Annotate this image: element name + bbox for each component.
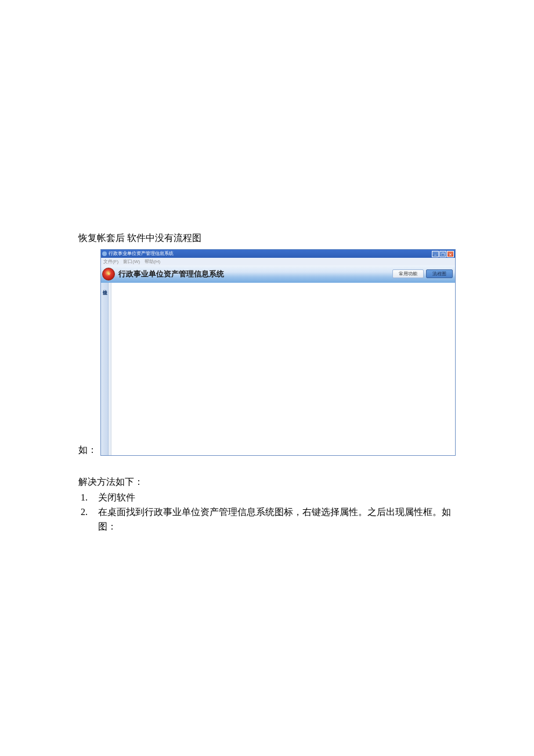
menubar: 文件(F) 窗口(W) 帮助(H)	[101, 258, 455, 265]
titlebar-title: 行政事业单位资产管理信息系统	[109, 251, 174, 256]
solution-item-2: 在桌面找到行政事业单位资产管理信息系统图标，右键选择属性。之后出现属性框。如图：	[90, 505, 456, 534]
menu-file[interactable]: 文件(F)	[103, 260, 118, 264]
header-left: 行政事业单位资产管理信息系统	[102, 268, 224, 280]
solution-list: 关闭软件 在桌面找到行政事业单位资产管理信息系统图标，右键选择属性。之后出现属性…	[78, 491, 456, 534]
national-emblem-icon	[102, 268, 115, 280]
maximize-button[interactable]: ❐	[439, 251, 446, 257]
titlebar-left: 行政事业单位资产管理信息系统	[102, 251, 174, 256]
document-heading: 恢复帐套后 软件中没有流程图	[78, 232, 456, 244]
solution-heading: 解决方法如下：	[78, 476, 456, 488]
menu-help[interactable]: 帮助(H)	[145, 260, 160, 264]
menu-window[interactable]: 窗口(W)	[123, 260, 140, 264]
solution-item-1: 关闭软件	[90, 491, 456, 505]
screenshot-row: 如： 行政事业单位资产管理信息系统 – ❐ ✕ 文件(F) 窗口(W) 帮助(H…	[78, 249, 456, 456]
minimize-button[interactable]: –	[432, 251, 439, 257]
app-title: 行政事业单位资产管理信息系统	[118, 269, 224, 279]
header-tabs: 常用功能 流程图	[392, 269, 453, 279]
app-header: 行政事业单位资产管理信息系统 常用功能 流程图	[101, 265, 455, 283]
sidebar-tab[interactable]: 快捷导航	[101, 283, 109, 455]
app-body: 快捷导航	[101, 283, 455, 455]
content-area	[109, 283, 455, 455]
tab-common-functions[interactable]: 常用功能	[392, 269, 424, 279]
window-titlebar: 行政事业单位资产管理信息系统 – ❐ ✕	[101, 250, 455, 258]
label-as: 如：	[78, 445, 97, 455]
document-page: 恢复帐套后 软件中没有流程图 如： 行政事业单位资产管理信息系统 – ❐ ✕ 文…	[0, 0, 534, 534]
tab-flowchart[interactable]: 流程图	[426, 269, 453, 279]
close-button[interactable]: ✕	[447, 251, 454, 257]
app-icon	[102, 251, 107, 256]
window-controls: – ❐ ✕	[432, 251, 454, 257]
app-window: 行政事业单位资产管理信息系统 – ❐ ✕ 文件(F) 窗口(W) 帮助(H) 行…	[100, 249, 456, 456]
